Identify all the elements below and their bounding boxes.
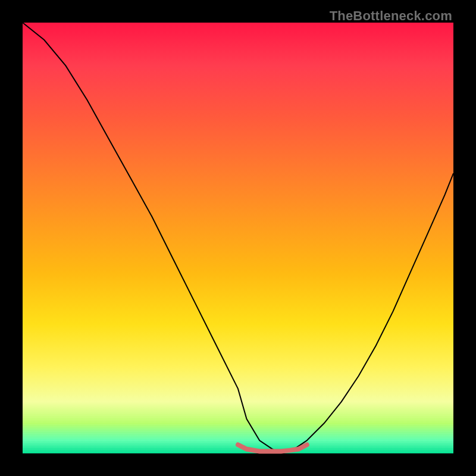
- right-curve: [281, 173, 453, 453]
- left-curve: [23, 23, 281, 453]
- chart-stage: TheBottleneck.com: [0, 0, 476, 476]
- watermark-text: TheBottleneck.com: [330, 8, 452, 24]
- plot-area: [23, 23, 453, 453]
- bottom-band: [238, 445, 307, 452]
- curve-layer: [23, 23, 453, 453]
